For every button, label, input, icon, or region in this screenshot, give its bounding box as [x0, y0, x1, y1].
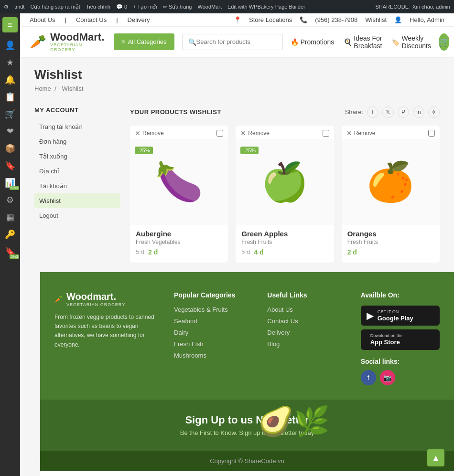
useful-link-delivery[interactable]: Delivery: [267, 329, 290, 336]
facebook-icon[interactable]: f: [361, 370, 376, 385]
account-sidebar: MY ACCOUNT Trang tài khoản Đơn hàng Tải …: [34, 106, 120, 263]
admin-comments[interactable]: 💬 0: [116, 4, 127, 10]
social-links: Social links: f 📷: [361, 358, 440, 385]
breadcrumb-separator: /: [54, 85, 58, 92]
sidebar-icon-package[interactable]: 📦: [0, 140, 20, 157]
remove-label-0: Remove: [142, 130, 164, 137]
wp-icon[interactable]: ⚙: [4, 4, 9, 10]
useful-link-about[interactable]: About Us: [267, 306, 292, 313]
admin-woomart[interactable]: WoodMart: [197, 4, 222, 10]
account-link-taixuong[interactable]: Tải xuống: [34, 149, 120, 164]
footer-description: From frozen veggie products to canned fa…: [54, 313, 160, 349]
account-link-wishlist[interactable]: Wishlist: [34, 193, 120, 208]
promotions-label: Promotions: [301, 38, 335, 46]
product-checkbox-0[interactable]: [216, 130, 223, 137]
sidebar-icon-home[interactable]: 👤: [0, 37, 20, 53]
sidebar-icon-bell[interactable]: 🔔: [0, 72, 20, 88]
search-input[interactable]: [196, 38, 277, 45]
product-card-header-0: ✕ Remove: [130, 126, 228, 139]
google-play-label: GET IT ON: [378, 309, 413, 315]
footer-logo-text: Woodmart. VEGETARIAN GROCERY: [66, 291, 125, 307]
account-link-donhang[interactable]: Đơn hàng: [34, 134, 120, 149]
copyright-text: Copyright © ShareCode.vn: [210, 457, 284, 465]
useful-link-blog[interactable]: Blog: [267, 340, 280, 348]
cat-item-1: Seafood: [174, 317, 253, 325]
product-grid: ✕ Remove -25% 🍆 Aubergine Fresh Vegetabl…: [130, 126, 440, 263]
topbar-divider1: |: [65, 16, 66, 23]
sidebar-icon-list[interactable]: 📋: [0, 89, 20, 105]
sidebar-nav: ≡ 👤 ★ 🔔 📋 🛒 ❤ 📦 🔖 📊5%3 ⚙ ▦ 🔑 🔖5%3: [0, 13, 20, 476]
admin-site-name[interactable]: tmdt: [14, 4, 24, 10]
price-new-0: 2 đ: [148, 248, 158, 256]
product-checkbox-1[interactable]: [323, 130, 329, 137]
promotions-link[interactable]: 🔥 Promotions: [291, 38, 335, 46]
sidebar-icon-grid[interactable]: ▦: [0, 209, 20, 225]
cat-link-2[interactable]: Dairy: [174, 329, 188, 336]
weekly-discounts-link[interactable]: 🏷️ Weekly Discounts: [391, 34, 431, 50]
admin-greeting: Xin chào, admin: [412, 4, 450, 10]
remove-button-1[interactable]: ✕ Remove: [240, 129, 270, 137]
share-linkedin-icon[interactable]: in: [413, 106, 424, 118]
topbar-about-us[interactable]: About Us: [30, 16, 55, 23]
sidebar-icon-tag[interactable]: 🔖: [0, 158, 20, 174]
remove-label-1: Remove: [248, 130, 270, 137]
remove-button-0[interactable]: ✕ Remove: [135, 129, 164, 137]
ideas-link[interactable]: 🍳 Ideas For Breakfast: [344, 34, 382, 50]
admin-customize[interactable]: Tiêu chính: [86, 4, 110, 10]
google-play-button[interactable]: ▶ GET IT ON Google Play: [361, 306, 440, 326]
share-telegram-icon[interactable]: ✈: [428, 106, 440, 118]
cat-item-0: Vegetables & Fruits: [174, 306, 253, 313]
account-link-diachi[interactable]: Địa chỉ: [34, 164, 120, 179]
header: 🥕 WoodMart. VEGETARIAN GROCERY ≡ All Cat…: [20, 27, 454, 58]
available-on-title: Availble On:: [361, 291, 440, 299]
my-account-title: MY ACCOUNT: [34, 106, 120, 114]
cat-link-3[interactable]: Fresh Fish: [174, 340, 203, 348]
all-categories-button[interactable]: ≡ All Categories: [114, 33, 174, 50]
admin-new[interactable]: + Tạo mới: [133, 4, 157, 10]
remove-button-2[interactable]: ✕ Remove: [346, 129, 376, 137]
wishlist-title: YOUR PRODUCTS WISHLIST: [130, 108, 221, 116]
product-price-0: 5 đ 2 đ: [136, 248, 222, 256]
share-twitter-icon[interactable]: 𝕏: [382, 106, 394, 118]
share-facebook-icon[interactable]: f: [367, 106, 378, 118]
breadcrumb-home[interactable]: Home: [34, 85, 51, 92]
page-title: Wishlist: [34, 67, 440, 82]
logo-area: 🥕 WoodMart. VEGETARIAN GROCERY: [30, 32, 106, 53]
popular-categories-title: Popular Categories: [174, 291, 253, 299]
scroll-to-top-button[interactable]: ▲: [427, 449, 444, 466]
sidebar-icon-cart[interactable]: 🛒: [0, 106, 20, 122]
account-link-logout[interactable]: Logout: [34, 208, 120, 223]
sidebar-icon-key[interactable]: 🔑: [0, 226, 20, 243]
admin-wpbakery[interactable]: Edit with WPBakery Page Builder: [227, 4, 305, 10]
cat-link-0[interactable]: Vegetables & Fruits: [174, 306, 228, 313]
google-play-name: Google Play: [378, 315, 413, 322]
nav-links: 🔥 Promotions 🍳 Ideas For Breakfast 🏷️ We…: [291, 34, 431, 50]
cat-link-1[interactable]: Seafood: [174, 317, 197, 325]
admin-store-name[interactable]: Cửa hàng sáp ra mặt: [30, 4, 80, 10]
price-new-2: 2 đ: [347, 248, 357, 256]
menu-toggle-button[interactable]: ≡: [2, 17, 18, 32]
sidebar-icon-settings[interactable]: ⚙: [0, 192, 20, 208]
app-store-text: Download on the App Store: [370, 333, 403, 346]
cat-link-4[interactable]: Mushrooms: [174, 352, 206, 359]
store-locations-label[interactable]: Store Locations: [249, 16, 292, 23]
instagram-icon[interactable]: 📷: [380, 370, 395, 385]
app-store-button[interactable]: Download on the App Store: [361, 329, 440, 349]
topbar-contact-us[interactable]: Contact Us: [76, 16, 107, 23]
admin-edit[interactable]: ✏ Sửa trang: [163, 4, 192, 10]
account-link-taikhoan[interactable]: Tài khoản: [34, 179, 120, 193]
sidebar-icon-star[interactable]: ★: [0, 54, 20, 71]
share-pinterest-icon[interactable]: P: [398, 106, 409, 118]
sidebar-icon-badge2[interactable]: 🔖5%3: [0, 243, 20, 260]
cart-button[interactable]: 🛒: [439, 33, 449, 51]
topbar-delivery[interactable]: Delivery: [128, 16, 150, 23]
cat-item-3: Fresh Fish: [174, 340, 253, 348]
sidebar-icon-heart[interactable]: ❤: [0, 123, 20, 139]
product-category-0: Fresh Vegetables: [136, 239, 222, 245]
sidebar-icon-badge1[interactable]: 📊5%3: [0, 175, 20, 191]
product-checkbox-2[interactable]: [428, 130, 435, 137]
wishlist-link[interactable]: Wishlist: [365, 16, 387, 23]
useful-link-contact[interactable]: Contact Us: [267, 317, 298, 325]
account-link-trang[interactable]: Trang tài khoản: [34, 119, 120, 134]
footer-logo: 🥕 Woodmart. VEGETARIAN GROCERY: [54, 291, 160, 307]
